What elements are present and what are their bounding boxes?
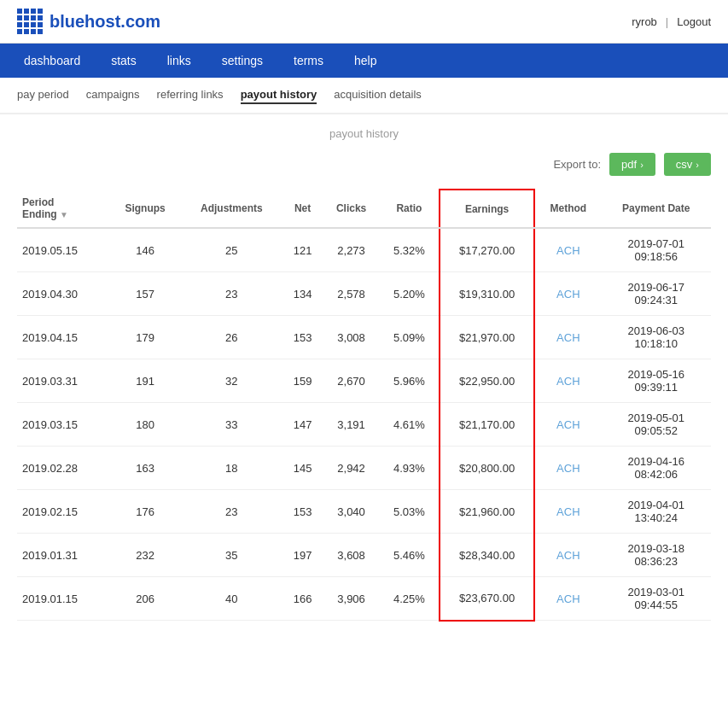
cell-period: 2019.01.31 xyxy=(17,534,109,577)
cell-method: ACH xyxy=(534,359,601,403)
export-row: Export to: pdf › csv › xyxy=(17,153,711,176)
cell-net: 166 xyxy=(282,577,323,621)
subnav-referring-links[interactable]: referring links xyxy=(157,86,224,104)
cell-method: ACH xyxy=(534,577,601,621)
subnav-payout-history[interactable]: payout history xyxy=(241,86,317,104)
th-period: Period Ending ▼ xyxy=(17,190,109,228)
ach-link[interactable]: ACH xyxy=(556,592,579,605)
th-ratio: Ratio xyxy=(380,190,440,228)
pdf-arrow-icon: › xyxy=(640,160,644,170)
cell-clicks: 3,608 xyxy=(323,534,380,577)
th-earnings: Earnings xyxy=(440,190,534,228)
cell-ratio: 5.46% xyxy=(380,534,440,577)
table-row: 2019.02.28 163 18 145 2,942 4.93% $20,80… xyxy=(17,447,711,490)
divider: | xyxy=(666,15,668,28)
table-row: 2019.05.15 146 25 121 2,273 5.32% $17,27… xyxy=(17,228,711,272)
cell-period: 2019.01.15 xyxy=(17,577,109,621)
csv-arrow-icon: › xyxy=(696,160,699,170)
logo-text: bluehost.com xyxy=(50,12,160,32)
table-row: 2019.04.30 157 23 134 2,578 5.20% $19,31… xyxy=(17,272,711,316)
table-row: 2019.01.31 232 35 197 3,608 5.46% $28,34… xyxy=(17,534,711,577)
th-adjustments: Adjustments xyxy=(181,190,282,228)
subnav-acquisition-details[interactable]: acquisition details xyxy=(334,86,422,104)
ach-link[interactable]: ACH xyxy=(556,549,579,562)
cell-adjustments: 26 xyxy=(181,316,282,359)
sort-icon: ▼ xyxy=(60,210,68,219)
ach-link[interactable]: ACH xyxy=(556,462,579,475)
ach-link[interactable]: ACH xyxy=(556,505,579,518)
th-payment-date: Payment Date xyxy=(601,190,711,228)
username: ryrob xyxy=(632,15,657,28)
nav-help[interactable]: help xyxy=(339,44,392,78)
cell-payment-date: 2019-05-0109:05:52 xyxy=(601,403,711,447)
export-pdf-button[interactable]: pdf › xyxy=(609,153,655,176)
csv-label: csv xyxy=(676,158,693,171)
logo: bluehost.com xyxy=(17,9,160,34)
cell-period: 2019.04.15 xyxy=(17,316,109,359)
cell-payment-date: 2019-04-0113:40:24 xyxy=(601,490,711,534)
table-row: 2019.01.15 206 40 166 3,906 4.25% $23,67… xyxy=(17,577,711,621)
section-title: payout history xyxy=(17,127,711,140)
cell-payment-date: 2019-03-1808:36:23 xyxy=(601,534,711,577)
cell-net: 134 xyxy=(282,272,323,316)
nav-settings[interactable]: settings xyxy=(207,44,278,78)
cell-earnings: $21,170.00 xyxy=(440,403,534,447)
cell-ratio: 4.25% xyxy=(380,577,440,621)
cell-adjustments: 23 xyxy=(181,272,282,316)
cell-ratio: 5.96% xyxy=(380,359,440,403)
cell-clicks: 3,008 xyxy=(323,316,380,359)
cell-signups: 191 xyxy=(109,359,180,403)
subnav-pay-period[interactable]: pay period xyxy=(17,86,69,104)
nav-stats[interactable]: stats xyxy=(96,44,152,78)
payout-table: Period Ending ▼ Signups Adjustments Net … xyxy=(17,189,711,622)
cell-adjustments: 23 xyxy=(181,490,282,534)
cell-ratio: 4.61% xyxy=(380,403,440,447)
cell-earnings: $22,950.00 xyxy=(440,359,534,403)
cell-adjustments: 33 xyxy=(181,403,282,447)
th-method: Method xyxy=(534,190,601,228)
cell-signups: 157 xyxy=(109,272,180,316)
cell-ratio: 5.03% xyxy=(380,490,440,534)
nav-links[interactable]: links xyxy=(152,44,207,78)
ach-link[interactable]: ACH xyxy=(556,288,579,301)
cell-adjustments: 18 xyxy=(181,447,282,490)
nav-terms[interactable]: terms xyxy=(278,44,339,78)
ach-link[interactable]: ACH xyxy=(556,375,579,388)
table-row: 2019.03.31 191 32 159 2,670 5.96% $22,95… xyxy=(17,359,711,403)
cell-earnings: $28,340.00 xyxy=(440,534,534,577)
cell-adjustments: 32 xyxy=(181,359,282,403)
cell-clicks: 3,040 xyxy=(323,490,380,534)
ach-link[interactable]: ACH xyxy=(556,244,579,257)
cell-signups: 232 xyxy=(109,534,180,577)
ach-link[interactable]: ACH xyxy=(556,331,579,344)
table-row: 2019.03.15 180 33 147 3,191 4.61% $21,17… xyxy=(17,403,711,447)
cell-method: ACH xyxy=(534,490,601,534)
cell-signups: 206 xyxy=(109,577,180,621)
cell-method: ACH xyxy=(534,534,601,577)
logout-link[interactable]: Logout xyxy=(677,15,711,28)
cell-signups: 163 xyxy=(109,447,180,490)
ach-link[interactable]: ACH xyxy=(556,418,579,431)
cell-signups: 146 xyxy=(109,228,180,272)
cell-ratio: 5.20% xyxy=(380,272,440,316)
nav-dashboard[interactable]: dashboard xyxy=(9,44,96,78)
cell-earnings: $17,270.00 xyxy=(440,228,534,272)
cell-earnings: $21,970.00 xyxy=(440,316,534,359)
cell-clicks: 2,273 xyxy=(323,228,380,272)
cell-ratio: 5.32% xyxy=(380,228,440,272)
cell-period: 2019.02.15 xyxy=(17,490,109,534)
cell-clicks: 3,191 xyxy=(323,403,380,447)
cell-payment-date: 2019-06-0310:18:10 xyxy=(601,316,711,359)
table-row: 2019.02.15 176 23 153 3,040 5.03% $21,96… xyxy=(17,490,711,534)
cell-method: ACH xyxy=(534,228,601,272)
cell-ratio: 4.93% xyxy=(380,447,440,490)
cell-net: 159 xyxy=(282,359,323,403)
cell-method: ACH xyxy=(534,403,601,447)
cell-net: 197 xyxy=(282,534,323,577)
subnav-campaigns[interactable]: campaigns xyxy=(86,86,140,104)
export-csv-button[interactable]: csv › xyxy=(664,153,711,176)
cell-adjustments: 40 xyxy=(181,577,282,621)
th-clicks: Clicks xyxy=(323,190,380,228)
cell-clicks: 2,942 xyxy=(323,447,380,490)
cell-clicks: 2,670 xyxy=(323,359,380,403)
